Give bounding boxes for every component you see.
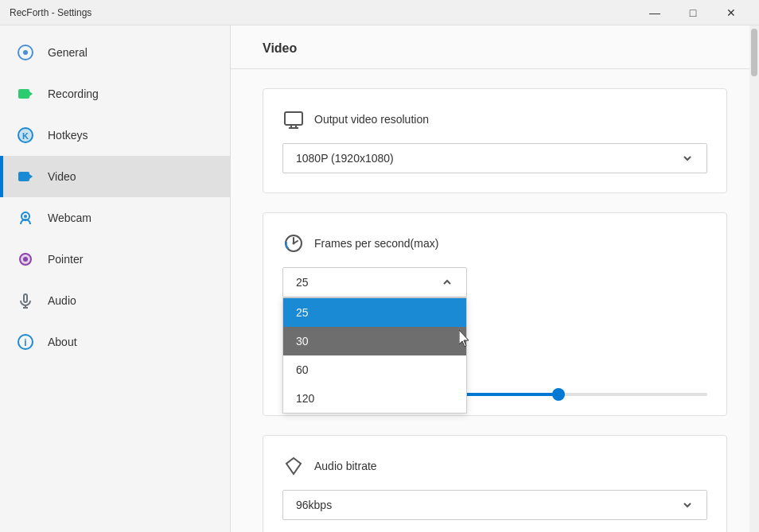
fps-dropdown-button[interactable]: 25	[282, 267, 467, 297]
audio-bitrate-icon	[282, 455, 305, 477]
svg-marker-29	[286, 458, 301, 474]
fps-option-120[interactable]: 120	[283, 384, 466, 413]
minimize-button[interactable]: —	[636, 0, 673, 25]
sidebar-label-pointer: Pointer	[48, 253, 83, 266]
pointer-icon	[16, 250, 35, 269]
sidebar-item-video[interactable]: Video	[0, 156, 230, 197]
fps-option-30[interactable]: 30	[283, 327, 466, 355]
fps-title: Frames per second(max)	[314, 237, 438, 250]
audio-bitrate-value: 96kbps	[296, 499, 332, 511]
sidebar-label-webcam: Webcam	[48, 212, 91, 224]
fps-header: Frames per second(max)	[282, 232, 707, 254]
svg-text:K: K	[22, 131, 29, 141]
resolution-dropdown[interactable]: 1080P (1920x1080)	[282, 143, 707, 173]
hotkeys-icon: K	[16, 126, 35, 145]
recording-icon	[16, 84, 35, 103]
content-area: Video Output video resolution 1080P (192…	[231, 25, 759, 532]
sidebar-label-about: About	[48, 336, 77, 348]
svg-rect-7	[18, 172, 29, 181]
video-icon	[16, 167, 35, 186]
audio-bitrate-section: Audio bitrate 96kbps	[263, 435, 727, 532]
resolution-icon	[282, 108, 305, 130]
sidebar-item-hotkeys[interactable]: K Hotkeys	[0, 115, 230, 156]
close-button[interactable]: ✕	[713, 0, 749, 25]
chevron-down-icon	[681, 152, 694, 165]
resolution-selected-value: 1080P (1920x1080)	[296, 152, 394, 165]
svg-marker-8	[29, 174, 33, 179]
fps-dropdown-container: 25 25 30 60 120	[282, 267, 707, 297]
bitrate-slider-thumb[interactable]	[552, 388, 565, 401]
svg-point-24	[293, 243, 295, 245]
window-title: RecForth - Settings	[10, 7, 91, 18]
sidebar-item-about[interactable]: i About	[0, 321, 230, 363]
fps-section: Frames per second(max) 25 25 30	[263, 212, 727, 416]
about-icon: i	[16, 332, 35, 351]
main-layout: General Recording K Hotkeys	[0, 25, 759, 532]
resolution-dropdown-button[interactable]: 1080P (1920x1080)	[282, 143, 707, 173]
sidebar-item-recording[interactable]: Recording	[0, 73, 230, 115]
page-title: Video	[231, 25, 759, 69]
maximize-button[interactable]: □	[675, 0, 711, 25]
sidebar-label-hotkeys: Hotkeys	[48, 129, 88, 142]
general-icon	[16, 43, 35, 62]
sidebar: General Recording K Hotkeys	[0, 25, 231, 532]
svg-marker-3	[29, 91, 33, 96]
audio-icon	[16, 291, 35, 310]
svg-point-13	[23, 257, 28, 262]
titlebar: RecForth - Settings — □ ✕	[0, 0, 759, 25]
svg-point-10	[24, 215, 27, 218]
scrollbar[interactable]	[749, 25, 759, 532]
webcam-icon	[16, 208, 35, 227]
sidebar-label-audio: Audio	[48, 294, 76, 307]
resolution-section: Output video resolution 1080P (1920x1080…	[263, 88, 727, 193]
window-controls: — □ ✕	[636, 0, 749, 25]
fps-option-60[interactable]: 60	[283, 355, 466, 384]
svg-rect-2	[18, 89, 29, 99]
audio-bitrate-chevron-icon	[681, 499, 694, 511]
fps-dropdown-list: 25 30 60 120	[282, 297, 467, 414]
fps-icon	[282, 232, 305, 254]
cursor-icon	[459, 330, 470, 348]
svg-rect-14	[24, 294, 27, 302]
svg-text:i: i	[24, 337, 26, 348]
chevron-up-icon	[441, 276, 453, 289]
resolution-header: Output video resolution	[282, 108, 707, 130]
sidebar-item-audio[interactable]: Audio	[0, 280, 230, 321]
svg-marker-25	[459, 330, 469, 347]
sidebar-label-general: General	[48, 46, 88, 59]
audio-bitrate-header: Audio bitrate	[282, 455, 707, 477]
svg-point-1	[23, 50, 28, 55]
resolution-title: Output video resolution	[314, 113, 429, 126]
fps-option-25[interactable]: 25	[283, 298, 466, 327]
sidebar-item-pointer[interactable]: Pointer	[0, 239, 230, 280]
sidebar-label-recording: Recording	[48, 87, 99, 100]
scrollbar-thumb[interactable]	[751, 29, 757, 76]
sidebar-item-general[interactable]: General	[0, 32, 230, 73]
audio-bitrate-dropdown-button[interactable]: 96kbps	[282, 490, 707, 520]
svg-rect-19	[285, 112, 302, 125]
fps-selected-value: 25	[296, 276, 309, 289]
sidebar-label-video: Video	[48, 170, 76, 183]
audio-bitrate-title: Audio bitrate	[314, 460, 377, 472]
sidebar-item-webcam[interactable]: Webcam	[0, 197, 230, 239]
audio-bitrate-dropdown[interactable]: 96kbps	[282, 490, 707, 520]
